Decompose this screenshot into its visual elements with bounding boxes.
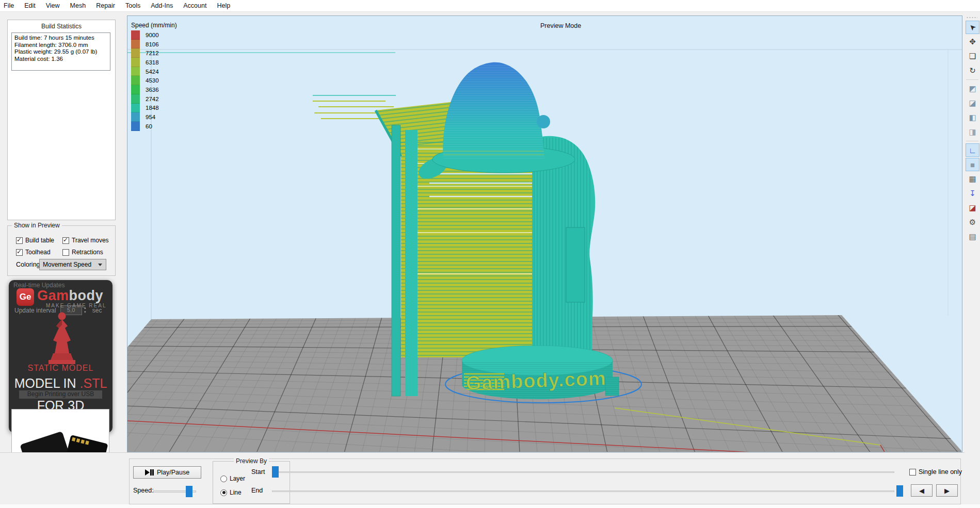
rotate-tool-button[interactable]: ↻ [966,64,979,77]
legend-value: 954 [146,114,155,120]
view-front-icon: ◧ [969,113,976,122]
select-tool-icon: ➤ [967,22,978,33]
settings-gear-button[interactable]: ⚙ [966,216,979,229]
surface-normals-button[interactable]: ↧ [966,187,979,200]
checkbox-build-table[interactable]: Build table [16,237,54,244]
start-slider-track[interactable] [272,471,894,473]
legend-swatch [131,48,140,58]
legend-value: 3636 [146,87,159,93]
coloring-label: Coloring [16,261,40,268]
legend-swatch [131,40,140,49]
scale-tool-button[interactable]: ❏ [966,50,979,63]
travel-moves-checkbox-icon[interactable] [62,237,69,244]
menu-account[interactable]: Account [178,0,212,11]
layer-radio-icon[interactable] [220,476,227,482]
menu-file[interactable]: File [0,0,19,11]
end-slider-handle[interactable] [896,485,903,497]
play-pause-icon [145,469,154,476]
legend-swatch [131,30,140,40]
step-forward-button[interactable]: ▶ [936,484,958,497]
begin-usb-button-label[interactable]: Begin Printing over USB [9,390,113,398]
legend-row: 7212 [131,48,177,58]
cross-section-icon: ◪ [969,203,976,212]
speed-slider-handle[interactable] [186,486,192,497]
single-line-label: Single line only [919,468,962,476]
legend-value: 8106 [146,41,159,47]
move-tool-button[interactable]: ✥ [966,35,979,48]
build-statistics-group: Build Statistics Build time: 7 hours 15 … [7,20,116,220]
menu-tools[interactable]: Tools [120,0,146,11]
move-tool-icon: ✥ [969,37,976,46]
gambody-logo-icon: Ge [17,288,34,306]
single-line-checkbox-icon[interactable] [909,469,916,476]
toolbar-grip-icon[interactable] [966,17,977,19]
menu-view[interactable]: View [41,0,65,11]
retractions-checkbox-icon[interactable] [62,249,69,256]
legend-row: 2742 [131,94,177,104]
legend-row: 954 [131,112,177,122]
play-pause-label: Play/Pause [157,469,189,476]
wireframe-view-button[interactable]: ▦ [966,172,979,186]
statue-figure-icon [46,311,78,365]
app-window: File Edit View Mesh Repair Tools Add-Ins… [0,0,980,508]
cross-section-button[interactable]: ◪ [966,201,979,215]
legend-swatch [131,104,140,113]
scale-tool-icon: ❏ [969,52,976,61]
spinner-up-down-icon[interactable]: ▴▾ [82,306,88,315]
menu-edit[interactable]: Edit [19,0,41,11]
legend-value: 9000 [146,32,159,38]
menu-repair[interactable]: Repair [91,0,120,11]
machine-control-icon: ▤ [969,232,976,241]
start-slider-handle[interactable] [272,466,279,478]
view-front-button[interactable]: ◧ [966,111,979,124]
coordinate-axes-button[interactable]: ∟ [966,143,979,157]
view-side-button[interactable]: ◨ [966,125,979,139]
select-tool-button[interactable]: ➤ [966,21,979,34]
radio-line[interactable]: Line [220,489,242,496]
end-slider-track[interactable] [272,490,894,492]
toolbar-separator [966,79,978,80]
view-iso-button[interactable]: ◩ [966,82,979,95]
rotate-tool-icon: ↻ [969,66,976,75]
build-table-checkbox-icon[interactable] [16,237,23,244]
build-statistics-box: Build time: 7 hours 15 minutes Filament … [11,32,110,71]
solid-view-button[interactable]: ■ [966,158,979,171]
window-bottom-strip [0,504,980,508]
legend-swatch [131,94,140,104]
menu-help[interactable]: Help [212,0,235,11]
stat-filament-length: Filament length: 3706.0 mm [14,42,107,49]
legend-swatch [131,76,140,85]
line-radio-icon[interactable] [220,489,227,496]
legend-value: 6318 [146,59,159,65]
legend-row: 9000 [131,30,177,40]
toolhead-checkbox-icon[interactable] [16,249,23,256]
radio-layer[interactable]: Layer [220,475,245,482]
chevron-down-icon [98,264,102,266]
legend-swatch [131,122,140,131]
stat-material-cost: Material cost: 1.36 [14,56,107,63]
checkbox-retractions[interactable]: Retractions [62,249,103,256]
legend-swatch [131,67,140,76]
preview-viewport[interactable]: Gambody.com Speed (mm/min) 9000810672126… [127,15,962,452]
coloring-dropdown[interactable]: Movement Speed [39,259,106,270]
menu-mesh[interactable]: Mesh [65,0,91,11]
build-statistics-title: Build Statistics [8,23,115,30]
legend-value: 4530 [146,77,159,84]
checkbox-travel-moves[interactable]: Travel moves [62,237,109,244]
legend-value: 7212 [146,50,159,56]
brand-red: Gam [37,288,69,303]
stat-build-time: Build time: 7 hours 15 minutes [14,35,107,42]
legend-row: 5424 [131,67,177,76]
step-back-button[interactable]: ◀ [911,484,933,497]
checkbox-toolhead[interactable]: Toolhead [16,249,51,256]
single-line-only[interactable]: Single line only [909,468,962,476]
view-side-icon: ◨ [969,127,976,137]
view-top-icon: ◪ [969,99,976,108]
view-top-button[interactable]: ◪ [966,96,979,110]
machine-control-button[interactable]: ▤ [966,230,979,243]
legend-row: 3636 [131,85,177,94]
legend-swatch [131,112,140,122]
speed-label: Speed: [133,487,154,494]
menu-addins[interactable]: Add-Ins [146,0,178,11]
play-pause-button[interactable]: Play/Pause [133,466,201,479]
